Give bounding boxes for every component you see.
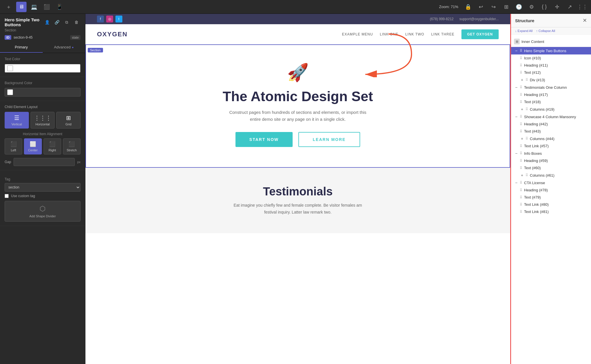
tree-label-cta: CTA License (524, 181, 588, 185)
lock-icon[interactable]: 🔒 (463, 2, 473, 12)
tree-label-textlink80: Text Link (#80) (524, 202, 588, 207)
layout-grid[interactable]: ⊞ Grid (56, 112, 81, 129)
bg-color-swatch[interactable] (5, 88, 81, 97)
tree-item-infoboxes[interactable]: − ⠿ Info Boxes (511, 150, 591, 157)
tree-item-hero[interactable]: − ⠿ Hero Simple Two Buttons (511, 47, 591, 54)
tree-item-columns19[interactable]: + ⠿ Columns (#19) (511, 105, 591, 113)
align-center[interactable]: ⬜ Center (24, 138, 42, 154)
tab-primary[interactable]: Primary (0, 42, 43, 53)
history-icon[interactable]: 🕐 (514, 2, 524, 12)
nav-link-two[interactable]: LINK TWO (405, 32, 424, 36)
tree-label-text43: Text (#43) (524, 129, 588, 133)
plus-grid-icon[interactable]: ✛ (552, 2, 562, 12)
desktop-view-button[interactable]: 🖥 (16, 2, 27, 12)
layout-vertical[interactable]: ☰ Vertical (5, 112, 29, 129)
tree-label-heading78: Heading (#78) (524, 188, 588, 192)
tree-item-text43[interactable]: ⠿ Text (#43) (511, 128, 591, 135)
tree-item-cta[interactable]: − ⠿ CTA License (511, 179, 591, 186)
tree-item-columns44[interactable]: + ⠿ Columns (#44) (511, 135, 591, 142)
nav-link-one[interactable]: LINK ONE (380, 32, 398, 36)
tablet-view-button[interactable]: ⬛ (42, 2, 52, 12)
zoom-level: Zoom: 71% (437, 5, 461, 9)
toggle-columns44[interactable]: + (520, 136, 524, 141)
shape-divider-button[interactable]: ⬡ Add Shape Divider (5, 201, 81, 222)
tree-item-testimonials[interactable]: − ⠿ Testimonials One Column (511, 84, 591, 91)
text-color-swatch[interactable] (5, 64, 81, 73)
tab-advanced[interactable]: Advanced ● (43, 42, 85, 53)
drag-textlink57: ⠿ (520, 144, 522, 148)
tree-item-heading42[interactable]: ⠿ Heading (#42) (511, 120, 591, 128)
tree-item-text18[interactable]: ⠿ Text (#18) (511, 98, 591, 105)
add-button[interactable]: ＋ (3, 2, 14, 12)
user-icon[interactable]: 👤 (43, 18, 51, 26)
grid-icon[interactable]: ⋮⋮ (577, 2, 588, 12)
toggle-hero[interactable]: − (514, 48, 519, 53)
collapse-all-button[interactable]: ↑ Collapse All (536, 29, 555, 33)
tree-item-text12[interactable]: ⠿ Text (#12) (511, 69, 591, 76)
advanced-indicator: ● (72, 46, 74, 49)
nav-link-three[interactable]: LINK THREE (431, 32, 454, 36)
hero-learn-more-button[interactable]: LEARN MORE (298, 132, 360, 147)
canvas-area[interactable]: Section f ◎ t (85, 14, 510, 364)
align-left[interactable]: ⬛ Left (5, 138, 22, 154)
toggle-div13[interactable]: + (520, 78, 524, 82)
layout-icon[interactable]: ⊞ (501, 2, 511, 12)
align-right[interactable]: ⬛ Right (44, 138, 61, 154)
hero-start-now-button[interactable]: START NOW (235, 132, 293, 147)
tree-item-showcase[interactable]: − ⠿ Showcase 4 Column Mansonry (511, 113, 591, 120)
align-stretch[interactable]: ⬛ Stretch (63, 138, 81, 154)
structure-close-button[interactable]: ✕ (583, 17, 587, 24)
tag-select[interactable]: section (5, 183, 81, 192)
toggle-columns19[interactable]: + (520, 107, 524, 112)
tree-item-heading17[interactable]: ⠿ Heading (#17) (511, 91, 591, 98)
tree-label-textlink57: Text Link (#57) (524, 144, 588, 148)
tree-label-heading59: Heading (#59) (524, 159, 588, 163)
tree-item-textlink81[interactable]: ⠿ Text Link (#81) (511, 208, 591, 215)
redo-button[interactable]: ↪ (488, 2, 499, 12)
tree-item-heading11[interactable]: ⠿ Heading (#11) (511, 62, 591, 69)
tree-item-icon10[interactable]: ⠿ Icon (#10) (511, 54, 591, 62)
instagram-icon[interactable]: ◎ (106, 16, 113, 22)
drag-text79: ⠿ (520, 195, 522, 199)
nav-example-menu[interactable]: EXAMPLE MENU (342, 32, 373, 36)
facebook-icon[interactable]: f (97, 16, 104, 22)
duplicate-icon[interactable]: ⧉ (63, 18, 71, 26)
layout-horizontal[interactable]: ⋮⋮⋮ Horizontal (31, 112, 55, 129)
tree-label-infoboxes: Info Boxes (524, 151, 588, 156)
drag-icon10: ⠿ (520, 56, 522, 60)
tree-item-heading78[interactable]: ⠿ Heading (#78) (511, 186, 591, 194)
toggle-cta[interactable]: − (514, 180, 519, 185)
twitter-icon[interactable]: t (115, 16, 122, 22)
undo-button[interactable]: ↩ (476, 2, 486, 12)
export-icon[interactable]: ↗ (564, 2, 575, 12)
nav-cta-button[interactable]: GET OXYGEN (461, 29, 499, 39)
toggle-infoboxes[interactable]: − (514, 151, 519, 156)
mobile-view-button[interactable]: 📱 (54, 2, 65, 12)
text-color-label: Text Color (5, 57, 81, 61)
layout-label: Child Element Layout (5, 105, 81, 109)
toggle-showcase[interactable]: − (514, 114, 519, 119)
tag-label: Tag (5, 177, 81, 181)
toggle-testimonials[interactable]: − (514, 85, 519, 90)
align-left-icon: ⬛ (10, 141, 17, 147)
laptop-view-button[interactable]: 💻 (29, 2, 39, 12)
toggle-columns61[interactable]: + (520, 173, 524, 178)
custom-tag-checkbox[interactable] (5, 194, 9, 198)
code-icon[interactable]: { } (539, 2, 549, 12)
gap-input[interactable] (14, 158, 75, 166)
tree-item-div13[interactable]: + ⠿ Div (#13) (511, 76, 591, 84)
tab-row: Primary Advanced ● (0, 42, 85, 53)
main-area: Hero Simple Two Buttons 👤 🔗 ⧉ 🗑 Section … (0, 14, 591, 364)
tree-item-textlink57[interactable]: ⠿ Text Link (#57) (511, 142, 591, 150)
tree-item-columns61[interactable]: + ⠿ Columns (#61) (511, 171, 591, 179)
link-icon[interactable]: 🔗 (53, 18, 61, 26)
settings-icon[interactable]: ⚙ (526, 2, 537, 12)
tree-item-text79[interactable]: ⠿ Text (#79) (511, 194, 591, 201)
tree-item-text60[interactable]: ⠿ Text (#60) (511, 164, 591, 171)
state-badge[interactable]: state (70, 35, 81, 40)
tree-item-heading59[interactable]: ⠿ Heading (#59) (511, 157, 591, 164)
delete-icon[interactable]: 🗑 (72, 18, 81, 26)
expand-all-button[interactable]: ↓ Expand All (515, 29, 533, 33)
drag-heading78: ⠿ (520, 188, 522, 192)
tree-item-textlink80[interactable]: ⠿ Text Link (#80) (511, 201, 591, 208)
